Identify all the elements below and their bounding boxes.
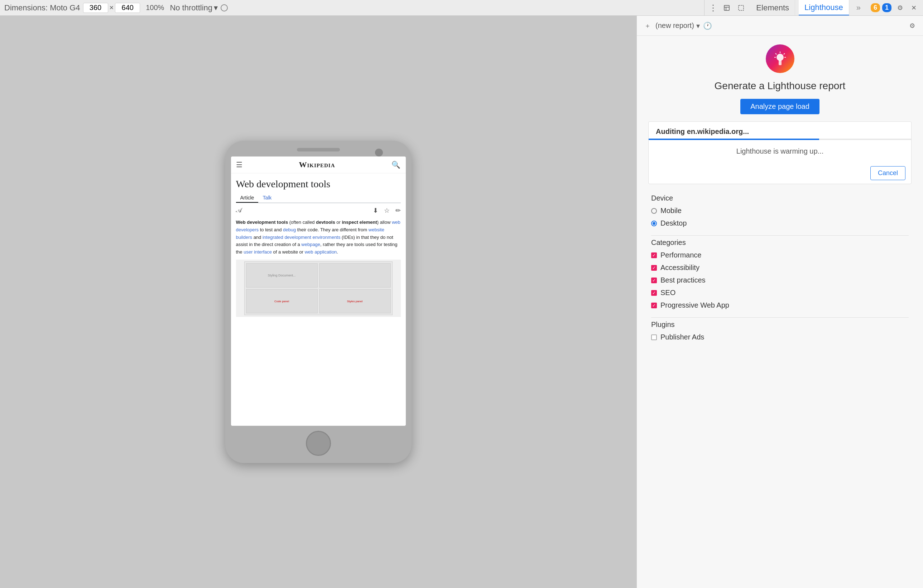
auditing-header: Auditing en.wikipedia.org...: [649, 122, 911, 139]
wiki-image: Styling Document... Code panel Styles pa…: [236, 260, 401, 317]
wiki-download-icon[interactable]: ⬇: [373, 207, 378, 215]
phone-screen: ☰ Wikipedia 🔍 Web development tools Arti…: [231, 156, 406, 426]
cancel-button[interactable]: Cancel: [870, 166, 905, 180]
size-separator: ×: [110, 3, 114, 12]
wiki-body: Web development tools (often called devt…: [236, 219, 401, 256]
height-input[interactable]: [115, 3, 140, 13]
plugins-section-label: Plugins: [651, 320, 909, 329]
wiki-img-cell-4: Styles panel: [319, 289, 391, 313]
device-section-label: Device: [651, 194, 909, 202]
wiki-link-webpage[interactable]: webpage: [301, 242, 320, 247]
pwa-checkbox-row: ✓ Progressive Web App: [651, 299, 909, 312]
svg-point-4: [777, 54, 784, 61]
wiki-tabs: Article Talk: [236, 193, 401, 203]
svg-line-7: [784, 53, 785, 54]
phone-home-button[interactable]: [306, 431, 331, 456]
seo-label: SEO: [660, 289, 675, 297]
more-options-icon[interactable]: ⋮: [709, 3, 718, 13]
wiki-edit-icon[interactable]: ✏: [396, 207, 401, 215]
wiki-header: ☰ Wikipedia 🔍: [231, 156, 406, 173]
wiki-action-icons: 𝒜 ⬇ ☆ ✏: [236, 207, 401, 215]
desktop-radio-label: Desktop: [660, 219, 687, 227]
wiki-bold-3: inspect element: [342, 220, 377, 225]
warming-up-text: Lighthouse is warming up...: [649, 140, 911, 163]
auditing-overlay: Auditing en.wikipedia.org... Lighthouse …: [648, 122, 912, 184]
devtools-dock-icon[interactable]: ✕: [909, 3, 919, 13]
report-history-icon[interactable]: 🕐: [703, 21, 713, 31]
wiki-tab-article[interactable]: Article: [236, 193, 259, 203]
svg-rect-3: [739, 5, 744, 10]
publisher-ads-checkbox-row: Publisher Ads: [651, 331, 909, 343]
categories-settings-group: Categories ✓ Performance ✓ Accessibility…: [651, 238, 909, 312]
seo-checkbox[interactable]: ✓: [651, 290, 657, 296]
wiki-search-icon[interactable]: 🔍: [391, 161, 401, 169]
tab-icons: [721, 3, 747, 13]
wiki-image-inner: Styling Document... Code panel Styles pa…: [244, 261, 393, 315]
performance-label: Performance: [660, 251, 702, 259]
analyze-page-load-button[interactable]: Analyze page load: [740, 99, 820, 114]
top-toolbar: Dimensions: Moto G4 × 100% No throttling…: [0, 0, 923, 16]
wiki-bold-1: Web development tools: [236, 220, 288, 225]
wiki-link-ide[interactable]: integrated development environments: [263, 235, 341, 240]
main-layout: ☰ Wikipedia 🔍 Web development tools Arti…: [0, 16, 923, 588]
zoom-label[interactable]: 100%: [143, 3, 167, 12]
throttle-selector[interactable]: No throttling ▾: [170, 3, 218, 13]
pwa-checkbox[interactable]: ✓: [651, 302, 657, 308]
settings-divider-2: [651, 317, 909, 318]
size-inputs: ×: [83, 3, 140, 13]
wiki-link-webapp[interactable]: web application: [305, 249, 337, 255]
lighthouse-panel: ＋ (new report) ▾ 🕐 ⚙: [636, 16, 923, 588]
performance-checkbox-row: ✓ Performance: [651, 249, 909, 261]
tab-lighthouse[interactable]: Lighthouse: [799, 0, 849, 15]
seo-checkbox-row: ✓ SEO: [651, 286, 909, 299]
new-report-selector[interactable]: (new report) ▾: [655, 21, 700, 30]
dimensions-label: Dimensions: Moto G4: [4, 3, 80, 13]
svg-rect-5: [778, 60, 782, 65]
refresh-icon[interactable]: [221, 4, 228, 11]
wiki-img-cell-2: [319, 263, 391, 288]
generate-report-title: Generate a Lighthouse report: [714, 80, 846, 92]
more-tabs-icon[interactable]: »: [853, 3, 864, 13]
wiki-tab-talk[interactable]: Talk: [258, 193, 276, 203]
phone-mockup: ☰ Wikipedia 🔍 Web development tools Arti…: [225, 141, 412, 463]
pwa-label: Progressive Web App: [660, 301, 729, 309]
lighthouse-settings-icon[interactable]: ⚙: [907, 21, 917, 31]
info-badge: 1: [882, 3, 892, 12]
accessibility-label: Accessibility: [660, 264, 700, 272]
best-practices-checkbox[interactable]: ✓: [651, 278, 657, 283]
throttle-dropdown-icon: ▾: [214, 3, 218, 13]
lighthouse-settings: Device Mobile Desktop Categories ✓: [648, 194, 912, 349]
mobile-radio[interactable]: [651, 208, 657, 214]
lh-subheader-right: ⚙: [907, 21, 917, 31]
accessibility-checkbox[interactable]: ✓: [651, 265, 657, 271]
wiki-link-ui[interactable]: user interface: [243, 249, 272, 255]
cancel-row: Cancel: [649, 163, 911, 184]
categories-section-label: Categories: [651, 238, 909, 247]
publisher-ads-checkbox[interactable]: [651, 335, 657, 340]
devtools-settings-icon[interactable]: ⚙: [895, 3, 905, 13]
wiki-lang-icon[interactable]: 𝒜: [236, 207, 241, 215]
accessibility-checkbox-row: ✓ Accessibility: [651, 261, 909, 274]
desktop-radio[interactable]: [651, 220, 657, 226]
width-input[interactable]: [83, 3, 108, 13]
toolbar-right: ⋮ Elements Lighthouse » 6: [704, 0, 923, 15]
tab-elements[interactable]: Elements: [751, 0, 795, 15]
svg-line-8: [775, 53, 777, 54]
performance-checkbox[interactable]: ✓: [651, 253, 657, 258]
devtools-badges: 6 1: [871, 3, 892, 12]
new-report-plus-icon[interactable]: ＋: [642, 21, 653, 31]
device-settings-group: Device Mobile Desktop: [651, 194, 909, 230]
phone-camera: [375, 149, 383, 156]
lighthouse-subheader: ＋ (new report) ▾ 🕐 ⚙: [637, 16, 923, 36]
wiki-menu-icon[interactable]: ☰: [236, 161, 243, 169]
wiki-bold-2: devtools: [316, 220, 335, 225]
plugins-settings-group: Plugins Publisher Ads: [651, 320, 909, 343]
wiki-star-icon[interactable]: ☆: [384, 207, 390, 215]
inspect-icon[interactable]: [721, 3, 732, 13]
lighthouse-logo: [766, 44, 795, 73]
wiki-img-cell-3: Code panel: [246, 289, 318, 313]
select-element-icon[interactable]: [735, 3, 747, 13]
wiki-content: Web development tools Article Talk 𝒜 ⬇ ☆…: [231, 173, 406, 426]
wiki-link-debug[interactable]: debug: [283, 227, 296, 232]
report-dropdown-icon[interactable]: ▾: [696, 21, 700, 30]
